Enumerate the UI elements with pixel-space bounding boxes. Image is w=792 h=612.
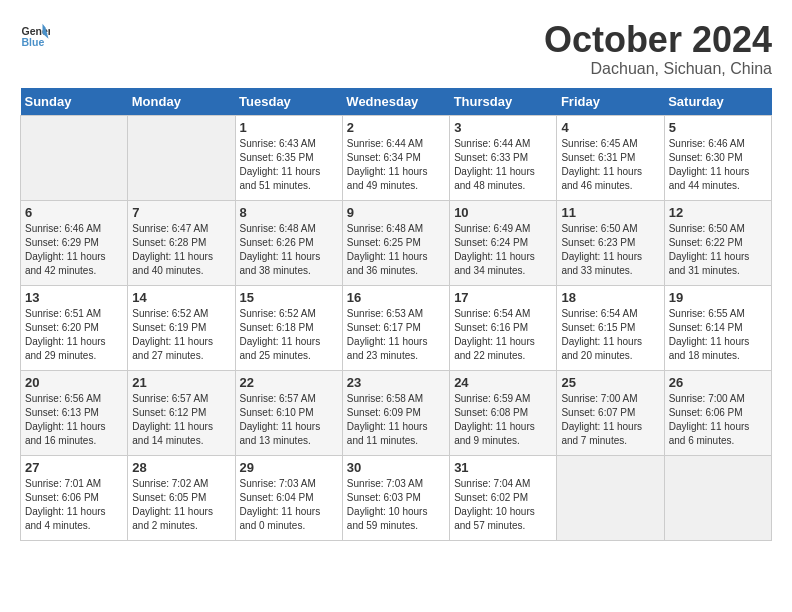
day-info: Sunrise: 7:00 AM Sunset: 6:07 PM Dayligh… [561, 392, 659, 448]
calendar-cell: 29Sunrise: 7:03 AM Sunset: 6:04 PM Dayli… [235, 455, 342, 540]
calendar-cell: 8Sunrise: 6:48 AM Sunset: 6:26 PM Daylig… [235, 200, 342, 285]
calendar-cell: 26Sunrise: 7:00 AM Sunset: 6:06 PM Dayli… [664, 370, 771, 455]
calendar-cell: 28Sunrise: 7:02 AM Sunset: 6:05 PM Dayli… [128, 455, 235, 540]
calendar-cell: 17Sunrise: 6:54 AM Sunset: 6:16 PM Dayli… [450, 285, 557, 370]
day-number: 24 [454, 375, 552, 390]
day-info: Sunrise: 6:44 AM Sunset: 6:34 PM Dayligh… [347, 137, 445, 193]
calendar-cell: 4Sunrise: 6:45 AM Sunset: 6:31 PM Daylig… [557, 115, 664, 200]
day-number: 16 [347, 290, 445, 305]
day-info: Sunrise: 7:04 AM Sunset: 6:02 PM Dayligh… [454, 477, 552, 533]
day-number: 6 [25, 205, 123, 220]
day-number: 23 [347, 375, 445, 390]
day-number: 21 [132, 375, 230, 390]
day-header-thursday: Thursday [450, 88, 557, 116]
calendar-cell: 30Sunrise: 7:03 AM Sunset: 6:03 PM Dayli… [342, 455, 449, 540]
day-info: Sunrise: 6:57 AM Sunset: 6:12 PM Dayligh… [132, 392, 230, 448]
calendar-cell: 2Sunrise: 6:44 AM Sunset: 6:34 PM Daylig… [342, 115, 449, 200]
week-row-2: 6Sunrise: 6:46 AM Sunset: 6:29 PM Daylig… [21, 200, 772, 285]
calendar-cell: 27Sunrise: 7:01 AM Sunset: 6:06 PM Dayli… [21, 455, 128, 540]
day-number: 18 [561, 290, 659, 305]
day-info: Sunrise: 6:54 AM Sunset: 6:16 PM Dayligh… [454, 307, 552, 363]
day-info: Sunrise: 6:46 AM Sunset: 6:30 PM Dayligh… [669, 137, 767, 193]
day-number: 14 [132, 290, 230, 305]
day-info: Sunrise: 6:45 AM Sunset: 6:31 PM Dayligh… [561, 137, 659, 193]
calendar-cell: 31Sunrise: 7:04 AM Sunset: 6:02 PM Dayli… [450, 455, 557, 540]
calendar-cell: 22Sunrise: 6:57 AM Sunset: 6:10 PM Dayli… [235, 370, 342, 455]
day-number: 9 [347, 205, 445, 220]
calendar-cell: 15Sunrise: 6:52 AM Sunset: 6:18 PM Dayli… [235, 285, 342, 370]
day-info: Sunrise: 6:43 AM Sunset: 6:35 PM Dayligh… [240, 137, 338, 193]
calendar-cell: 1Sunrise: 6:43 AM Sunset: 6:35 PM Daylig… [235, 115, 342, 200]
day-info: Sunrise: 6:53 AM Sunset: 6:17 PM Dayligh… [347, 307, 445, 363]
day-info: Sunrise: 6:48 AM Sunset: 6:25 PM Dayligh… [347, 222, 445, 278]
calendar-table: SundayMondayTuesdayWednesdayThursdayFrid… [20, 88, 772, 541]
day-info: Sunrise: 7:02 AM Sunset: 6:05 PM Dayligh… [132, 477, 230, 533]
day-info: Sunrise: 6:52 AM Sunset: 6:18 PM Dayligh… [240, 307, 338, 363]
day-info: Sunrise: 6:52 AM Sunset: 6:19 PM Dayligh… [132, 307, 230, 363]
day-info: Sunrise: 6:48 AM Sunset: 6:26 PM Dayligh… [240, 222, 338, 278]
day-info: Sunrise: 6:58 AM Sunset: 6:09 PM Dayligh… [347, 392, 445, 448]
week-row-5: 27Sunrise: 7:01 AM Sunset: 6:06 PM Dayli… [21, 455, 772, 540]
logo: General Blue [20, 20, 50, 50]
day-number: 28 [132, 460, 230, 475]
calendar-cell [128, 115, 235, 200]
calendar-cell [21, 115, 128, 200]
calendar-cell: 9Sunrise: 6:48 AM Sunset: 6:25 PM Daylig… [342, 200, 449, 285]
day-number: 20 [25, 375, 123, 390]
day-number: 26 [669, 375, 767, 390]
day-number: 22 [240, 375, 338, 390]
calendar-cell: 20Sunrise: 6:56 AM Sunset: 6:13 PM Dayli… [21, 370, 128, 455]
day-number: 19 [669, 290, 767, 305]
week-row-3: 13Sunrise: 6:51 AM Sunset: 6:20 PM Dayli… [21, 285, 772, 370]
calendar-cell: 18Sunrise: 6:54 AM Sunset: 6:15 PM Dayli… [557, 285, 664, 370]
day-number: 10 [454, 205, 552, 220]
day-number: 12 [669, 205, 767, 220]
day-number: 29 [240, 460, 338, 475]
calendar-cell: 19Sunrise: 6:55 AM Sunset: 6:14 PM Dayli… [664, 285, 771, 370]
day-info: Sunrise: 7:00 AM Sunset: 6:06 PM Dayligh… [669, 392, 767, 448]
title-block: October 2024 Dachuan, Sichuan, China [544, 20, 772, 78]
day-header-tuesday: Tuesday [235, 88, 342, 116]
day-info: Sunrise: 6:51 AM Sunset: 6:20 PM Dayligh… [25, 307, 123, 363]
day-number: 17 [454, 290, 552, 305]
day-number: 30 [347, 460, 445, 475]
header-row: SundayMondayTuesdayWednesdayThursdayFrid… [21, 88, 772, 116]
calendar-cell: 12Sunrise: 6:50 AM Sunset: 6:22 PM Dayli… [664, 200, 771, 285]
day-info: Sunrise: 7:03 AM Sunset: 6:04 PM Dayligh… [240, 477, 338, 533]
day-info: Sunrise: 7:01 AM Sunset: 6:06 PM Dayligh… [25, 477, 123, 533]
day-number: 11 [561, 205, 659, 220]
calendar-cell: 6Sunrise: 6:46 AM Sunset: 6:29 PM Daylig… [21, 200, 128, 285]
day-header-saturday: Saturday [664, 88, 771, 116]
day-number: 8 [240, 205, 338, 220]
calendar-cell: 25Sunrise: 7:00 AM Sunset: 6:07 PM Dayli… [557, 370, 664, 455]
day-number: 2 [347, 120, 445, 135]
calendar-cell [664, 455, 771, 540]
day-header-friday: Friday [557, 88, 664, 116]
calendar-cell: 11Sunrise: 6:50 AM Sunset: 6:23 PM Dayli… [557, 200, 664, 285]
calendar-cell: 14Sunrise: 6:52 AM Sunset: 6:19 PM Dayli… [128, 285, 235, 370]
day-number: 1 [240, 120, 338, 135]
day-info: Sunrise: 6:44 AM Sunset: 6:33 PM Dayligh… [454, 137, 552, 193]
day-info: Sunrise: 6:54 AM Sunset: 6:15 PM Dayligh… [561, 307, 659, 363]
svg-text:Blue: Blue [22, 36, 45, 48]
day-info: Sunrise: 6:50 AM Sunset: 6:22 PM Dayligh… [669, 222, 767, 278]
day-number: 4 [561, 120, 659, 135]
day-info: Sunrise: 6:59 AM Sunset: 6:08 PM Dayligh… [454, 392, 552, 448]
week-row-1: 1Sunrise: 6:43 AM Sunset: 6:35 PM Daylig… [21, 115, 772, 200]
calendar-cell: 5Sunrise: 6:46 AM Sunset: 6:30 PM Daylig… [664, 115, 771, 200]
calendar-cell: 16Sunrise: 6:53 AM Sunset: 6:17 PM Dayli… [342, 285, 449, 370]
day-header-monday: Monday [128, 88, 235, 116]
calendar-cell: 21Sunrise: 6:57 AM Sunset: 6:12 PM Dayli… [128, 370, 235, 455]
day-info: Sunrise: 6:57 AM Sunset: 6:10 PM Dayligh… [240, 392, 338, 448]
day-info: Sunrise: 6:49 AM Sunset: 6:24 PM Dayligh… [454, 222, 552, 278]
logo-icon: General Blue [20, 20, 50, 50]
calendar-cell: 13Sunrise: 6:51 AM Sunset: 6:20 PM Dayli… [21, 285, 128, 370]
day-number: 3 [454, 120, 552, 135]
location: Dachuan, Sichuan, China [544, 60, 772, 78]
day-info: Sunrise: 6:50 AM Sunset: 6:23 PM Dayligh… [561, 222, 659, 278]
day-number: 7 [132, 205, 230, 220]
calendar-cell: 7Sunrise: 6:47 AM Sunset: 6:28 PM Daylig… [128, 200, 235, 285]
day-info: Sunrise: 6:55 AM Sunset: 6:14 PM Dayligh… [669, 307, 767, 363]
day-number: 15 [240, 290, 338, 305]
page-header: General Blue October 2024 Dachuan, Sichu… [20, 20, 772, 78]
